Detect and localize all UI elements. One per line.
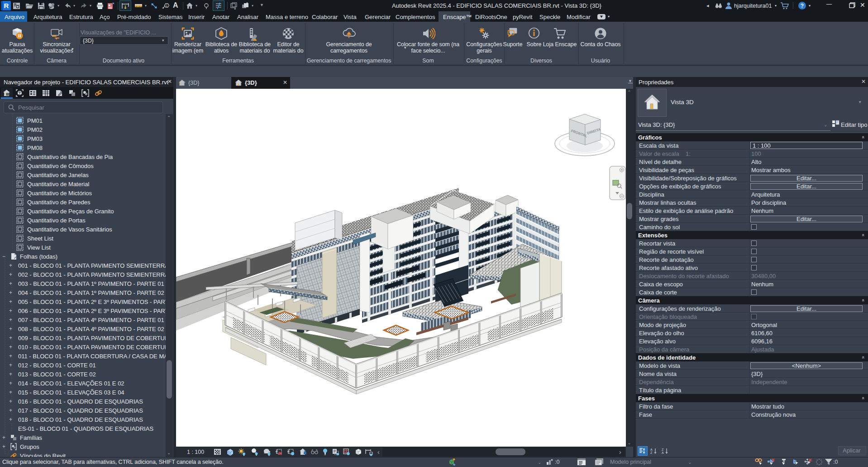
svg-text:1: 1 xyxy=(166,4,168,7)
svg-text:A: A xyxy=(650,448,653,451)
svg-text:?: ? xyxy=(801,3,804,9)
svg-text:R: R xyxy=(4,2,9,10)
svg-text:A: A xyxy=(662,451,664,454)
svg-text:Z: Z xyxy=(662,448,664,451)
svg-text:Z: Z xyxy=(650,451,653,454)
